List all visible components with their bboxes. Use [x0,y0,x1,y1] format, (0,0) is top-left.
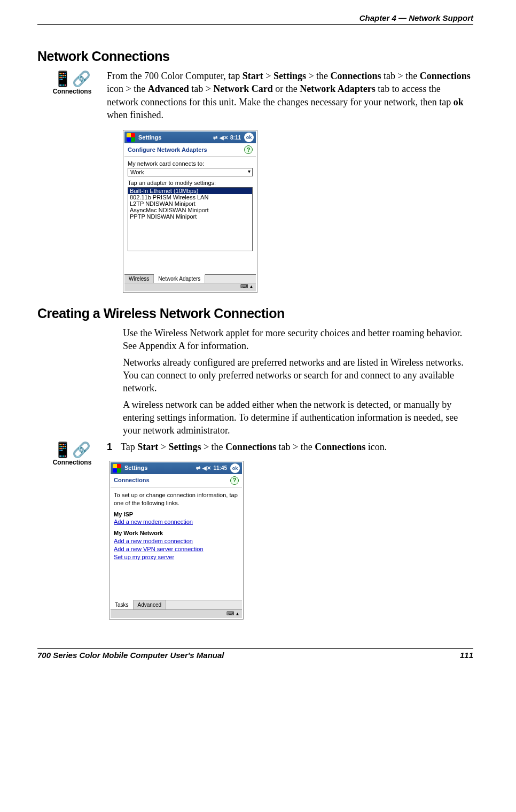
ppc-subtitle-bar: Configure Network Adapters ? [124,143,256,157]
bold-advanced: Advanced [148,83,189,94]
step-1: 1 Tap Start > Settings > the Connections… [107,440,473,453]
bold-ok: ok [454,97,464,107]
connections-icon-label: Connections [37,459,107,466]
adapter-option[interactable]: L2TP NDISWAN Miniport [128,200,252,207]
adapter-option[interactable]: Built-In Ethernet (10Mbps) [128,188,252,194]
section2-p3: A wireless network can be added either w… [123,398,473,437]
text: > the [306,71,331,81]
bold-connections-tab: Connections [225,442,276,452]
label-tap-adapter: Tap an adapter to modify settings: [128,180,253,186]
label-connects-to: My network card connects to: [128,160,253,167]
bold-network-card: Network Card [213,83,272,94]
ppc-body: To set up or change connection informati… [111,488,242,600]
adapter-option[interactable]: PPTP NDISWAN Miniport [128,213,252,220]
ppc-subtitle: Connections [114,476,150,484]
connections-icon-block-2: 📱🔗 Connections [37,440,107,633]
volume-icon: ◀✕ [202,465,211,472]
text: From the 700 Color Computer, tap [107,71,243,81]
keyboard-icon[interactable]: ⌨ [226,610,234,617]
bold-connections-tab: Connections [331,71,381,81]
connections-icon-block: 📱🔗 Connections [37,69,107,125]
ok-button[interactable]: ok [230,463,240,473]
sip-bar: ⌨▴ [124,283,256,291]
text: > [158,442,168,452]
text: when finished. [107,110,163,120]
ppc-subtitle-bar: Connections ? [111,474,242,488]
signal-icon: ⇄ [196,465,200,472]
ppc-titlebar: Settings ⇄ ◀✕ 8:11 ok [124,132,256,143]
sip-arrow-icon[interactable]: ▴ [250,283,253,289]
ppc-body: My network card connects to: Work Tap an… [124,157,256,274]
section1-paragraph: From the 700 Color Computer, tap Start >… [107,69,473,121]
volume-icon: ◀✕ [220,135,228,141]
start-flag-icon[interactable] [113,464,121,473]
link-proxy[interactable]: Set up my proxy server [114,553,239,561]
clock: 11:45 [213,465,227,472]
text: or the [273,83,300,94]
ppc-tabs: Tasks Advanced [111,600,242,610]
keyboard-icon[interactable]: ⌨ [240,283,248,289]
bold-network-adapters: Network Adapters [300,83,376,94]
connections-icon: 📱🔗 [37,72,107,87]
page-header: Chapter 4 — Network Support [37,13,473,25]
bold-connections-icon: Connections [420,71,471,81]
bold-start: Start [137,442,158,452]
text: Tap [121,442,137,452]
clock: 8:11 [230,135,241,141]
text: tab > the [276,442,315,452]
ppc-titlebar: Settings ⇄ ◀✕ 11:45 ok [111,462,242,474]
bold-connections-icon: Connections [315,442,365,452]
section-title-network-connections: Network Connections [37,49,473,64]
bold-start: Start [243,71,263,81]
help-icon[interactable]: ? [244,145,253,154]
ppc-title: Settings [138,134,161,141]
text: icon. [365,442,387,452]
ok-button[interactable]: ok [244,133,254,142]
sip-bar: ⌨▴ [111,609,242,618]
help-icon[interactable]: ? [230,476,239,485]
connections-icon: 📱🔗 [37,443,107,458]
bold-settings: Settings [273,71,306,81]
text: > [263,71,273,81]
adapter-option[interactable]: 802.11b PRISM Wireless LAN [128,194,252,200]
step-number: 1 [107,440,115,453]
sip-arrow-icon[interactable]: ▴ [236,610,239,617]
tab-network-adapters[interactable]: Network Adapters [154,274,205,283]
footer-manual-title: 700 Series Color Mobile Computer User's … [37,651,224,660]
tab-advanced[interactable]: Advanced [134,600,166,610]
footer-page-number: 111 [460,651,473,660]
page-footer: 700 Series Color Mobile Computer User's … [37,648,473,660]
section-title-wireless: Creating a Wireless Network Connection [37,306,473,321]
ppc-subtitle: Configure Network Adapters [128,146,207,153]
connections-icon-label: Connections [37,88,107,95]
adapter-listbox[interactable]: Built-In Ethernet (10Mbps) 802.11b PRISM… [128,187,253,251]
section2-p2: Networks already configured are preferre… [123,356,473,395]
link-add-vpn[interactable]: Add a new VPN server connection [114,545,239,553]
section2-p1: Use the Wireless Network applet for more… [123,327,473,353]
text: > the [201,442,225,452]
tab-tasks[interactable]: Tasks [111,600,134,610]
link-add-modem-work[interactable]: Add a new modem connection [114,537,239,545]
ppc-screenshot-connections: Settings ⇄ ◀✕ 11:45 ok Connections ? To … [109,461,244,620]
group-my-work: My Work Network [114,529,239,537]
connects-to-dropdown[interactable]: Work [128,168,253,176]
bold-settings: Settings [168,442,201,452]
signal-icon: ⇄ [213,135,217,141]
ppc-tabs: Wireless Network Adapters [124,274,256,283]
text: tab > [189,83,214,94]
ppc-screenshot-adapters: Settings ⇄ ◀✕ 8:11 ok Configure Network … [123,130,257,293]
group-my-isp: My ISP [114,511,239,519]
tab-wireless[interactable]: Wireless [124,275,154,283]
intro-text: To set up or change connection informati… [114,491,239,507]
start-flag-icon[interactable] [127,133,135,142]
link-add-modem-isp[interactable]: Add a new modem connection [114,518,239,526]
text: icon > the [107,83,148,94]
ppc-title: Settings [124,464,147,472]
text: tab > the [381,71,420,81]
adapter-option[interactable]: AsyncMac NDISWAN Miniport [128,207,252,213]
